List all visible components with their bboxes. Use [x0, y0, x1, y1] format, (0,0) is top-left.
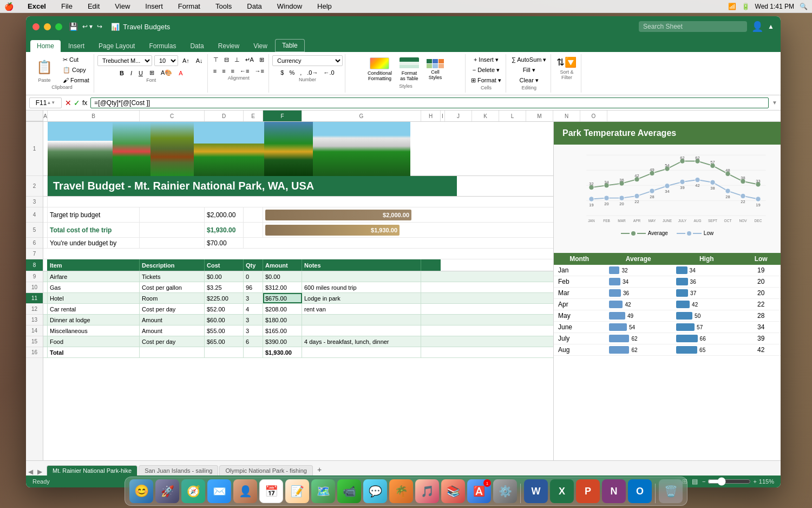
- dock-onenote[interactable]: N: [602, 479, 626, 503]
- merge-button[interactable]: ⊞: [257, 55, 266, 64]
- row-header-4[interactable]: 4: [26, 207, 43, 223]
- cell-e10[interactable]: 96: [244, 282, 263, 292]
- sheet-tab-olympic[interactable]: Olympic National Park - fishing: [219, 465, 312, 476]
- format-painter-button[interactable]: 🖌 Format: [61, 76, 91, 84]
- tools-menu[interactable]: Tools: [212, 2, 235, 10]
- dock-mail[interactable]: ✉️: [207, 479, 231, 503]
- cell-f12[interactable]: $208.00: [263, 304, 302, 314]
- zoom-slider[interactable]: [708, 477, 751, 486]
- paste-button[interactable]: 📋: [32, 57, 56, 77]
- format-cells-button[interactable]: ⊞ Format ▾: [469, 76, 503, 85]
- cell-e13[interactable]: 3: [244, 315, 263, 325]
- tab-table[interactable]: Table: [275, 39, 305, 52]
- cell-e16[interactable]: [244, 347, 263, 357]
- wrap-text-button[interactable]: ↵A: [243, 55, 256, 64]
- dock-contacts[interactable]: 👤: [233, 479, 257, 503]
- cell-c6[interactable]: [140, 238, 205, 248]
- dock-trash[interactable]: 🗑️: [659, 479, 683, 503]
- cell-a12[interactable]: [43, 304, 48, 314]
- edit-menu[interactable]: Edit: [84, 2, 103, 10]
- row-header-8[interactable]: 8: [26, 259, 43, 271]
- cell-a4[interactable]: [43, 207, 48, 222]
- apple-menu[interactable]: 🍎: [4, 2, 14, 11]
- cell-c9[interactable]: Tickets: [140, 271, 205, 282]
- col-header-h[interactable]: H: [421, 110, 441, 121]
- zoom-out-button[interactable]: −: [702, 478, 705, 485]
- cell-c4[interactable]: [140, 207, 205, 222]
- cell-f10[interactable]: $312.00: [263, 282, 302, 292]
- cell-b12[interactable]: Car rental: [48, 304, 140, 314]
- row-header-11[interactable]: 11: [26, 293, 43, 304]
- header-description[interactable]: Description: [140, 259, 205, 271]
- cell-d6-under-value[interactable]: $70.00: [205, 238, 244, 248]
- cell-f13[interactable]: $180.00: [263, 315, 302, 325]
- tab-insert[interactable]: Insert: [62, 40, 91, 52]
- cell-g16[interactable]: [302, 347, 421, 357]
- cell-g13[interactable]: [302, 315, 421, 325]
- cell-a3[interactable]: [43, 197, 48, 207]
- cell-e12[interactable]: 4: [244, 304, 263, 314]
- dock-messages[interactable]: 💬: [363, 479, 387, 503]
- header-qty[interactable]: Qty: [244, 259, 263, 271]
- cell-c11[interactable]: Room: [140, 293, 205, 303]
- confirm-formula-icon[interactable]: ✓: [74, 99, 80, 107]
- cell-d15[interactable]: $65.00: [205, 336, 244, 347]
- format-menu[interactable]: Format: [175, 2, 204, 10]
- col-header-k[interactable]: K: [472, 110, 499, 121]
- autosum-button[interactable]: ∑ AutoSum ▾: [509, 55, 549, 64]
- row-header-13[interactable]: 13: [26, 315, 43, 325]
- sheet-nav-next[interactable]: ▶: [37, 468, 42, 476]
- dock-music[interactable]: 🎵: [415, 479, 439, 503]
- data-menu[interactable]: Data: [244, 2, 265, 10]
- row-header-3[interactable]: 3: [26, 197, 43, 207]
- cell-g11[interactable]: Lodge in park: [302, 293, 421, 303]
- cell-fg4-budget-bar[interactable]: $2,000.00: [263, 207, 420, 222]
- window-menu[interactable]: Window: [274, 2, 305, 10]
- align-center-button[interactable]: ≡: [220, 67, 227, 75]
- fill-color-button[interactable]: A🎨: [159, 68, 174, 77]
- view-menu[interactable]: View: [112, 2, 133, 10]
- number-format-select[interactable]: Currency: [272, 55, 343, 66]
- row-header-5[interactable]: 5: [26, 223, 43, 238]
- cell-a14[interactable]: [43, 325, 48, 336]
- row-header-9[interactable]: 9: [26, 271, 43, 282]
- insert-function-icon[interactable]: fx: [82, 99, 87, 107]
- col-header-m[interactable]: M: [526, 110, 553, 121]
- cell-f15[interactable]: $390.00: [263, 336, 302, 347]
- header-extra[interactable]: [421, 259, 441, 271]
- decrease-indent-button[interactable]: ←≡: [238, 67, 251, 75]
- row-header-10[interactable]: 10: [26, 282, 43, 293]
- cell-e14[interactable]: 3: [244, 325, 263, 336]
- col-header-e[interactable]: E: [244, 110, 263, 121]
- help-menu[interactable]: Help: [314, 2, 335, 10]
- currency-button[interactable]: $: [278, 68, 286, 77]
- header-notes[interactable]: Notes: [302, 259, 421, 271]
- cancel-formula-icon[interactable]: ✕: [65, 99, 71, 107]
- header-item[interactable]: Item: [48, 259, 140, 271]
- row-header-6[interactable]: 6: [26, 238, 43, 249]
- bold-button[interactable]: B: [117, 69, 126, 77]
- col-header-l[interactable]: L: [499, 110, 526, 121]
- formula-input[interactable]: [90, 97, 769, 108]
- page-layout-view-icon[interactable]: ▤: [692, 478, 698, 485]
- header-cost[interactable]: Cost: [205, 259, 244, 271]
- formula-expand-icon[interactable]: ▼: [772, 100, 777, 106]
- dock-facetime[interactable]: 📹: [337, 479, 361, 503]
- dock-notes[interactable]: 📝: [285, 479, 309, 503]
- tab-data[interactable]: Data: [184, 40, 210, 52]
- insert-cells-button[interactable]: + Insert ▾: [472, 55, 501, 64]
- col-header-i[interactable]: I: [441, 110, 445, 121]
- cell-a6[interactable]: [43, 238, 48, 248]
- dock-powerpoint[interactable]: P: [576, 479, 600, 503]
- align-top-button[interactable]: ⊤: [211, 55, 221, 64]
- cell-c10[interactable]: Cost per gallon: [140, 282, 205, 292]
- ribbon-collapse-icon[interactable]: ▲: [768, 23, 774, 30]
- cell-fg5-total-bar[interactable]: $1,930.00: [263, 223, 420, 237]
- format-as-table-button[interactable]: Formatas Table: [397, 55, 421, 83]
- col-header-a[interactable]: A: [43, 110, 48, 121]
- cell-a8[interactable]: [43, 259, 48, 271]
- align-bottom-button[interactable]: ⊥: [232, 55, 242, 64]
- app-name[interactable]: Excel: [24, 2, 49, 10]
- clear-button[interactable]: Clear ▾: [518, 76, 541, 85]
- row-header-2[interactable]: 2: [26, 176, 43, 197]
